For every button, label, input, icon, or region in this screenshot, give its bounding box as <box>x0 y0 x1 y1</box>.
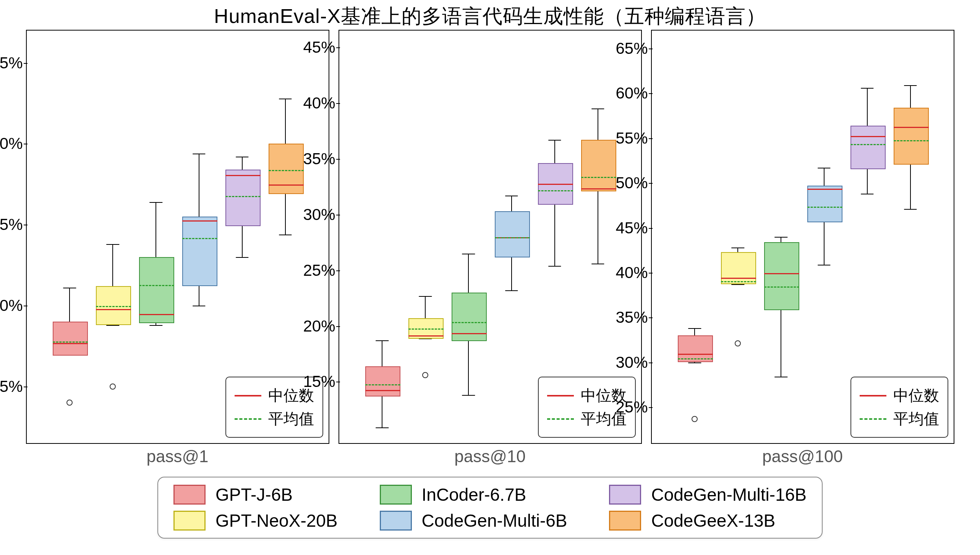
y-tick: 65% <box>610 39 648 58</box>
whisker-cap <box>193 154 205 154</box>
mean-line <box>538 190 573 191</box>
outlier-point <box>66 400 73 406</box>
y-tick: 15% <box>0 215 23 234</box>
y-tick: 10% <box>0 296 23 315</box>
legend-label: CodeGen-Multi-16B <box>651 484 807 505</box>
mean-line <box>678 358 713 359</box>
model-legend: GPT-J-6BInCoder-6.7BCodeGen-Multi-16BGPT… <box>157 477 823 539</box>
whisker-upper <box>910 85 911 108</box>
whisker-cap <box>505 290 518 291</box>
median-line <box>96 309 131 310</box>
whisker-cap <box>591 264 604 264</box>
legend-item-gptj: GPT-J-6B <box>173 484 338 505</box>
whisker-cap <box>904 85 917 86</box>
whisker-upper <box>554 140 555 163</box>
y-tick: 25% <box>0 54 23 72</box>
median-line <box>365 390 400 391</box>
mean-line <box>139 285 174 286</box>
box-cgeex <box>894 108 929 165</box>
y-tick: 15% <box>297 372 335 391</box>
median-line <box>182 220 217 222</box>
median-line <box>452 333 487 334</box>
whisker-cap <box>419 296 431 297</box>
legend-item-cg6b: CodeGen-Multi-6B <box>380 510 567 531</box>
median-line <box>894 127 929 128</box>
box-cg6b <box>182 217 217 286</box>
whisker-cap <box>861 194 873 194</box>
mean-line <box>365 384 400 385</box>
whisker-upper <box>69 288 70 322</box>
legend-item-cg16b: CodeGen-Multi-16B <box>609 484 807 505</box>
legend-mean-label: 平均值 <box>893 408 939 429</box>
y-tick: 30% <box>297 205 335 224</box>
whisker-cap <box>106 244 119 245</box>
median-swatch <box>235 395 261 396</box>
x-axis-label: pass@100 <box>652 447 954 466</box>
whisker-cap <box>548 140 561 141</box>
whisker-lower <box>382 395 382 427</box>
whisker-cap <box>236 157 248 157</box>
median-line <box>225 175 261 176</box>
whisker-lower <box>468 340 469 395</box>
whisker-cap <box>236 257 248 258</box>
legend-swatch <box>609 485 641 505</box>
median-line <box>850 136 886 137</box>
whisker-lower <box>781 309 781 377</box>
y-tick: 35% <box>610 308 648 327</box>
mean-line <box>452 322 487 323</box>
y-tick: 45% <box>610 219 648 237</box>
legend-label: CodeGen-Multi-6B <box>422 510 567 531</box>
whisker-lower <box>199 285 199 306</box>
y-tick: 30% <box>610 353 648 372</box>
legend-mean-label: 平均值 <box>268 408 314 429</box>
whisker-cap <box>462 395 475 396</box>
whisker-upper <box>112 244 113 286</box>
whisker-upper <box>468 254 469 293</box>
whisker-upper <box>285 99 286 144</box>
x-axis-label: pass@1 <box>27 447 329 466</box>
whisker-cap <box>591 108 604 109</box>
median-swatch <box>547 395 574 396</box>
whisker-cap <box>63 288 76 288</box>
mean-line <box>721 281 756 282</box>
y-tick: 40% <box>610 264 648 282</box>
whisker-cap <box>548 266 561 267</box>
legend-swatch <box>380 485 412 505</box>
y-tick: 25% <box>297 261 335 280</box>
mean-swatch <box>235 418 261 420</box>
median-line <box>53 343 88 344</box>
median-line <box>139 314 174 315</box>
outlier-point <box>110 383 116 390</box>
outlier-point <box>422 372 428 378</box>
box-gptj <box>678 335 713 362</box>
median-line <box>764 273 799 274</box>
whisker-upper <box>425 296 426 318</box>
mean-line <box>225 196 261 197</box>
box-gptneox <box>721 252 756 284</box>
box-gptj <box>365 366 400 397</box>
y-tick: 60% <box>610 84 648 102</box>
legend-item-gptneox: GPT-NeoX-20B <box>173 510 338 531</box>
legend-swatch <box>380 511 412 531</box>
whisker-upper <box>156 202 156 257</box>
whisker-lower <box>511 256 512 290</box>
mean-swatch <box>860 418 886 420</box>
whisker-cap <box>279 235 292 235</box>
whisker-cap <box>774 237 787 238</box>
mean-line <box>408 328 444 330</box>
whisker-upper <box>382 340 382 366</box>
box-cg6b <box>807 186 842 222</box>
median-line <box>721 278 756 279</box>
whisker-cap <box>774 377 787 377</box>
panel-pass-10: 15%20%25%30%35%40%45%pass@10中位数平均值 <box>339 30 642 444</box>
median-line <box>408 335 444 337</box>
whisker-upper <box>598 108 598 140</box>
mean-line <box>269 170 304 171</box>
whisker-cap <box>193 306 205 306</box>
whisker-lower <box>910 163 911 209</box>
legend-item-incoder: InCoder-6.7B <box>380 484 567 505</box>
whisker-cap <box>279 99 292 99</box>
whisker-lower <box>242 225 243 257</box>
legend-label: GPT-NeoX-20B <box>215 510 338 531</box>
whisker-upper <box>199 154 199 217</box>
